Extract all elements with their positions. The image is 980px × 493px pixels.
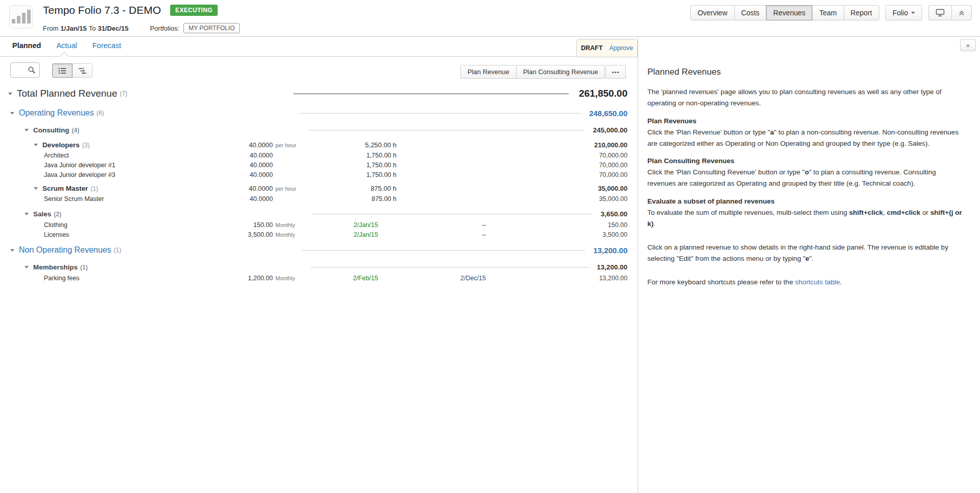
hours-or-start-cell: 1,750.00 h	[305, 171, 396, 178]
rate-cell: 1,200.00	[212, 275, 273, 282]
nav-tab-costs[interactable]: Costs	[734, 5, 767, 20]
table-row[interactable]: Consulting(4)245,000.00	[8, 124, 627, 136]
chevron-down-icon[interactable]	[10, 112, 14, 115]
amount-cell: 70,000.00	[486, 152, 627, 159]
chevron-down-icon[interactable]	[25, 129, 29, 131]
chevron-down-icon[interactable]	[10, 249, 14, 252]
hours-or-start-cell: 1,750.00 h	[305, 152, 396, 159]
panel-title: Planned Revenues	[647, 67, 966, 77]
approve-link[interactable]: Approve	[609, 44, 633, 52]
table-row[interactable]: Clothing150.00Monthly2/Jan/15--150.00	[8, 220, 627, 230]
collapse-header-button[interactable]	[951, 5, 972, 20]
row-count: (1)	[114, 246, 122, 254]
monitor-icon	[936, 9, 945, 17]
timeline-view-button[interactable]	[72, 63, 92, 78]
list-view-button[interactable]	[52, 63, 73, 78]
app-header: Tempo Folio 7.3 - DEMO EXECUTING From 1/…	[0, 0, 980, 37]
end-date-cell: --	[396, 231, 486, 238]
shortcuts-table-link[interactable]: shortcuts table	[795, 278, 840, 286]
nav-tab-report[interactable]: Report	[844, 5, 879, 20]
row-label: Senior Scrum Master	[44, 195, 104, 203]
amount-cell: 248,650.00	[589, 109, 627, 118]
row-label: Java Junior developer #1	[44, 162, 115, 169]
row-count: (7)	[120, 90, 127, 97]
search-input[interactable]	[10, 62, 40, 78]
table-row[interactable]: Developers(3)40.0000per hour5,250.00 h21…	[8, 140, 627, 150]
end-date-cell: 2/Dec/15	[396, 275, 486, 282]
table-row[interactable]: Senior Scrum Master40.0000875.00 h35,000…	[8, 194, 627, 204]
subnav-divider	[0, 56, 638, 57]
help-panel: Planned Revenues The 'planned revenues' …	[647, 67, 966, 295]
chevrons-up-icon	[959, 10, 965, 16]
more-actions-button[interactable]: •••	[605, 65, 626, 79]
row-label: Java Junior developer #3	[44, 171, 115, 178]
table-row[interactable]: Total Planned Revenue(7)261,850.00	[8, 85, 627, 102]
table-row[interactable]: Parking fees1,200.00Monthly2/Feb/152/Dec…	[8, 273, 627, 283]
row-rule	[309, 130, 585, 130]
rate-cell: 40.0000	[212, 152, 273, 159]
row-label: Clothing	[44, 221, 67, 229]
amount-cell: 210,000.00	[486, 141, 627, 149]
chevron-down-icon[interactable]	[8, 93, 12, 95]
draft-state-label: DRAFT	[581, 44, 602, 52]
status-badge: EXECUTING	[170, 5, 218, 16]
rate-cell: 40.0000	[212, 195, 273, 203]
row-label: Sales	[33, 210, 51, 218]
panel-body: The 'planned revenues' page allows you t…	[647, 86, 966, 287]
plan-revenue-button[interactable]: Plan Revenue	[460, 65, 517, 79]
table-row[interactable]: Java Junior developer #340.00001,750.00 …	[8, 170, 627, 180]
main-nav-tabs: OverviewCostsRevenuesTeamReport	[690, 5, 879, 20]
row-label: Consulting	[33, 126, 69, 134]
chevron-down-icon[interactable]	[25, 213, 29, 215]
rate-cell: 40.0000	[212, 162, 273, 169]
row-count: (1)	[90, 185, 98, 192]
expand-panel-button[interactable]: »	[960, 39, 976, 51]
table-row[interactable]: Scrum Master(1)40.0000per hour875.00 h35…	[8, 183, 627, 194]
panel-paragraph: For more keyboard shortcuts please refer…	[647, 277, 966, 288]
amount-cell: 13,200.00	[593, 246, 627, 255]
hours-or-start-cell: 1,750.00 h	[305, 162, 396, 169]
chevron-down-icon[interactable]	[34, 187, 38, 190]
row-label: Developers	[42, 141, 80, 149]
amount-cell: 35,000.00	[486, 195, 627, 203]
amount-cell: 3,500.00	[486, 231, 627, 238]
tab-forecast[interactable]: Forecast	[92, 41, 121, 50]
table-row[interactable]: Licenses3,500.00Monthly2/Jan/15--3,500.0…	[8, 230, 627, 239]
row-count: (6)	[97, 109, 104, 117]
planned-revenue-table: Total Planned Revenue(7)261,850.00Operat…	[8, 85, 627, 283]
plan-consulting-revenue-button[interactable]: Plan Consulting Revenue	[516, 65, 605, 79]
row-rule	[299, 113, 580, 114]
presentation-mode-button[interactable]	[928, 5, 952, 20]
panel-paragraph: Click the 'Plan Consulting Revenue' butt…	[647, 167, 966, 189]
nav-tab-revenues[interactable]: Revenues	[766, 5, 812, 20]
rate-unit-cell: per hour	[273, 186, 305, 192]
chevron-down-icon	[911, 12, 915, 14]
rate-unit-cell: Monthly	[273, 222, 305, 228]
tab-planned[interactable]: Planned	[12, 41, 41, 50]
list-view-icon	[58, 68, 66, 74]
panel-subheading: Evaluate a subset of planned revenues	[647, 197, 966, 205]
row-rule	[302, 250, 586, 251]
hours-or-start-cell: 2/Jan/15	[305, 221, 396, 229]
chevron-down-icon[interactable]	[34, 144, 38, 146]
table-row[interactable]: Architect40.00001,750.00 h70,000.00	[8, 150, 627, 160]
end-date-cell: --	[396, 221, 486, 229]
table-row[interactable]: Operating Revenues(6)248,650.00	[8, 106, 627, 120]
folio-menu-button[interactable]: Folio	[885, 5, 922, 20]
chevron-down-icon[interactable]	[25, 266, 29, 268]
portfolio-button[interactable]: MY PORTFOLIO	[183, 23, 240, 33]
nav-tab-team[interactable]: Team	[812, 5, 844, 20]
table-row[interactable]: Sales(2)3,650.00	[8, 208, 627, 220]
amount-cell: 13,200.00	[597, 263, 627, 271]
table-row[interactable]: Non Operating Revenues(1)13,200.00	[8, 243, 627, 257]
tab-actual[interactable]: Actual	[56, 41, 77, 50]
table-row[interactable]: Memberships(1)13,200.00	[8, 261, 627, 273]
panel-paragraph: Click on a planned revenue to show detai…	[647, 242, 966, 264]
app-logo-icon	[9, 5, 33, 29]
rate-cell: 40.0000	[212, 171, 273, 178]
nav-tab-overview[interactable]: Overview	[690, 5, 734, 20]
amount-cell: 3,650.00	[600, 210, 627, 218]
table-row[interactable]: Java Junior developer #140.00001,750.00 …	[8, 160, 627, 170]
row-label: Licenses	[44, 231, 69, 238]
rate-unit-cell: per hour	[273, 142, 305, 148]
